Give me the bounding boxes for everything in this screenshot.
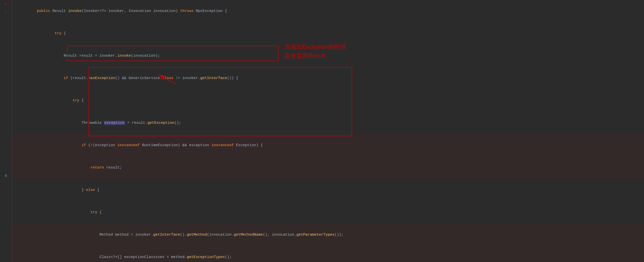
op: ( xyxy=(82,9,84,13)
var: result xyxy=(106,166,120,170)
op: . xyxy=(160,76,162,80)
gutter-empty-9 xyxy=(4,75,8,82)
gutter-empty-15 xyxy=(4,120,8,127)
gutter-empty-3 xyxy=(4,30,8,38)
op: . xyxy=(184,255,187,259)
gutter-empty-14 xyxy=(4,112,8,120)
gutter-empty-20 xyxy=(4,157,8,164)
op: ) { xyxy=(256,143,263,148)
code-line: Throwable exception = result.getExceptio… xyxy=(12,112,644,134)
indent xyxy=(37,121,82,125)
brace: { xyxy=(82,98,84,103)
gutter-empty-11 xyxy=(4,90,8,98)
code-line: public Result invoke(Invoker<?> invoker,… xyxy=(12,0,644,22)
kw-throws: throws xyxy=(180,9,196,13)
line-content: try { xyxy=(14,90,642,112)
gutter-empty-2 xyxy=(4,23,8,30)
indent xyxy=(37,188,82,192)
param-invoker: invoker xyxy=(108,9,124,13)
gutter-empty-13 xyxy=(4,105,8,112)
kw-class: class xyxy=(162,76,173,80)
op: ); xyxy=(156,54,160,58)
type: Method xyxy=(100,233,115,237)
indent xyxy=(37,210,90,214)
op: (). xyxy=(180,233,187,237)
op2: <?> xyxy=(100,9,108,13)
method: getMethodName xyxy=(234,233,263,237)
gutter-empty-12 xyxy=(4,98,8,105)
kw-try: try xyxy=(55,31,64,36)
code-editor[interactable]: public Result invoke(Invoker<?> invoker,… xyxy=(12,0,644,262)
op: . xyxy=(145,121,148,125)
gutter-circle-1[interactable] xyxy=(4,8,8,16)
method: getExceptionTypes xyxy=(187,255,225,259)
op5: { xyxy=(225,9,227,13)
brace: { xyxy=(100,210,102,214)
code-lines: public Result invoke(Invoker<?> invoker,… xyxy=(12,0,644,262)
gutter-empty-8 xyxy=(4,68,8,75)
line-content: if (!(exception instanceof RuntimeExcept… xyxy=(14,134,642,156)
op: ( xyxy=(207,233,209,237)
method: getException xyxy=(148,121,174,125)
method-invoke: invoke xyxy=(68,9,82,13)
op: ) && xyxy=(178,143,189,148)
line-content: Method method = invoker.getInterface().g… xyxy=(14,224,642,246)
gutter-empty-5 xyxy=(4,45,8,53)
op: } xyxy=(82,188,86,192)
brace: { xyxy=(64,31,66,36)
indent xyxy=(37,255,100,259)
line-content: } else { xyxy=(14,179,642,201)
var2: invoker xyxy=(100,54,115,58)
code-line: } else { xyxy=(12,179,644,201)
gutter-empty-18 xyxy=(4,142,8,150)
indent xyxy=(37,233,100,237)
kw-return: return xyxy=(90,166,106,170)
type-result: Result xyxy=(52,9,68,13)
var: result xyxy=(79,54,93,58)
keyword-public: public xyxy=(37,9,52,13)
annotation-text-exception: 当抛出Exception的时候直接返回Result xyxy=(284,42,346,60)
breakpoint-icon[interactable] xyxy=(4,0,8,8)
op: . xyxy=(232,233,234,237)
op: . xyxy=(198,76,200,80)
op: . xyxy=(86,76,88,80)
var: method xyxy=(115,233,128,237)
line-content: Throwable exception = result.getExceptio… xyxy=(14,112,642,134)
method: invoke xyxy=(117,54,131,58)
var: method xyxy=(171,255,184,259)
gutter-empty-6 xyxy=(4,53,8,60)
gutter-empty-10 xyxy=(4,82,8,90)
type: GenericService xyxy=(128,76,160,80)
op: ( xyxy=(131,54,133,58)
kw-else: else xyxy=(86,188,97,192)
type: Throwable xyxy=(82,121,104,125)
op: (); xyxy=(225,255,232,259)
op: ( xyxy=(70,76,72,80)
op xyxy=(209,143,211,148)
code-line: if (result.hasException() && GenericServ… xyxy=(12,67,644,90)
method: getParameterTypes xyxy=(296,233,334,237)
indent xyxy=(37,143,82,148)
gutter-empty-1 xyxy=(4,16,8,23)
kw-try: try xyxy=(90,210,100,214)
op: != xyxy=(173,76,182,80)
op: . xyxy=(151,233,153,237)
line-content: try { xyxy=(14,22,642,45)
op: = xyxy=(125,121,132,125)
code-line: try { xyxy=(12,90,644,112)
op: (!( xyxy=(88,143,95,148)
gutter-at-icon[interactable] xyxy=(4,172,8,180)
var: exceptionClasssses xyxy=(124,255,164,259)
op: . xyxy=(115,54,117,58)
method: getMethod xyxy=(187,233,207,237)
code-line: return result; xyxy=(12,156,644,179)
op: { xyxy=(97,188,100,192)
indent xyxy=(37,166,90,170)
op: ()); xyxy=(334,233,344,237)
code-line: Class<?>[] exceptionClasssses = method.g… xyxy=(12,246,644,262)
code-line: Method method = invoker.getInterface().g… xyxy=(12,224,644,246)
op: ()) { xyxy=(227,76,238,80)
op4: ) xyxy=(176,9,180,13)
var-highlighted: exception xyxy=(104,121,125,125)
indent xyxy=(37,76,64,80)
